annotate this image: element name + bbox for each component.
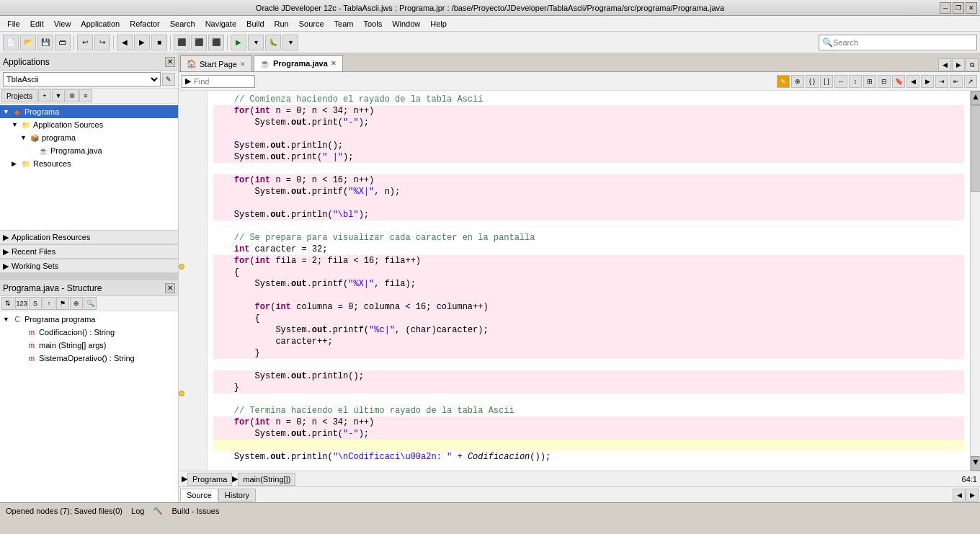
save-btn[interactable]: 💾 — [37, 35, 53, 50]
run-dropdown[interactable]: ▾ — [248, 35, 264, 50]
struct-s-btn[interactable]: S — [29, 297, 42, 310]
toggle-app-sources[interactable]: ▼ — [12, 121, 20, 128]
breadcrumb-programa[interactable]: Programa — [187, 473, 232, 486]
section-working-sets[interactable]: ▶ Working Sets — [0, 259, 178, 273]
stop-btn[interactable]: ■ — [151, 35, 167, 50]
find-input[interactable] — [194, 77, 251, 86]
scrollbar-thumb[interactable] — [971, 105, 980, 192]
struct-search-btn[interactable]: 🔍 — [84, 297, 97, 310]
menu-search[interactable]: Search — [166, 18, 200, 30]
code-content[interactable]: // Comienza haciendo el rayado de la tab… — [208, 91, 970, 471]
breadcrumb-main[interactable]: main(String[]) — [238, 473, 295, 486]
section-app-resources[interactable]: ▶ Application Resources — [0, 230, 178, 244]
menu-file[interactable]: File — [3, 18, 24, 30]
menu-team[interactable]: Team — [330, 18, 358, 30]
navigate-btn[interactable]: ↗ — [964, 75, 977, 88]
scrollbar-up-arrow[interactable]: ▲ — [971, 91, 980, 105]
project-edit-btn[interactable]: ✎ — [162, 73, 175, 86]
indent-btn[interactable]: ⇥ — [935, 75, 948, 88]
menu-application[interactable]: Application — [76, 18, 124, 30]
struct-arrow-btn[interactable]: ↑ — [43, 297, 55, 310]
code-collapse-btn[interactable]: ↕ — [849, 75, 862, 88]
menu-window[interactable]: Window — [388, 18, 424, 30]
scrollbar-down-arrow[interactable]: ▼ — [971, 456, 980, 471]
code-format-btn[interactable]: ✎ — [777, 75, 790, 88]
close-button[interactable]: ✕ — [966, 2, 977, 14]
toggle-programa[interactable]: ▼ — [3, 108, 12, 115]
expand-btn[interactable]: ≡ — [79, 89, 92, 102]
code-block-btn[interactable]: [ ] — [820, 75, 833, 88]
tab-programa-java[interactable]: ☕ Programa.java ✕ — [254, 55, 343, 71]
sh-scroll-right[interactable]: ▶ — [966, 489, 979, 502]
compile2-btn[interactable]: ⬛ — [191, 35, 207, 50]
struct-filter-btn[interactable]: ⊕ — [70, 297, 83, 310]
menu-refactor[interactable]: Refactor — [125, 18, 164, 30]
struct-item-main[interactable]: m main (String[] args) — [0, 339, 178, 352]
tab-close-java[interactable]: ✕ — [331, 60, 337, 67]
tab-nav-left[interactable]: ◀ — [938, 58, 951, 71]
applications-close-button[interactable]: ✕ — [165, 57, 175, 67]
structure-close-btn[interactable]: ✕ — [165, 283, 175, 293]
code-expand-btn[interactable]: ↔ — [834, 75, 847, 88]
tab-history[interactable]: History — [218, 489, 256, 502]
bookmark-next-btn[interactable]: ▶ — [921, 75, 934, 88]
tree-item-programa[interactable]: ▼ ◆ Programa — [0, 105, 178, 118]
debug-btn[interactable]: 🐛 — [265, 35, 281, 50]
compile3-btn[interactable]: ⬛ — [208, 35, 224, 50]
filter-btn[interactable]: ▼ — [52, 89, 65, 102]
bookmark-btn[interactable]: 🔖 — [892, 75, 905, 88]
code-fold-btn[interactable]: ⊞ — [863, 75, 876, 88]
menu-run[interactable]: Run — [270, 18, 293, 30]
undo-btn[interactable]: ↩ — [77, 35, 93, 50]
vertical-scrollbar[interactable]: ▲ ▼ — [970, 91, 980, 471]
tab-start-page[interactable]: 🏠 Start Page ✕ — [180, 55, 252, 71]
tab-close-start[interactable]: ✕ — [240, 61, 246, 68]
tab-source[interactable]: Source — [180, 489, 218, 502]
toggle-resources[interactable]: ▶ — [12, 160, 20, 167]
code-complete-btn[interactable]: ⊕ — [791, 75, 804, 88]
menu-build[interactable]: Build — [242, 18, 268, 30]
new-btn[interactable]: 📄 — [3, 35, 19, 50]
compile-btn[interactable]: ⬛ — [174, 35, 190, 50]
project-dropdown[interactable]: TblaAscii — [3, 72, 161, 86]
tree-item-resources[interactable]: ▶ 📁 Resources — [0, 157, 178, 170]
bookmark-prev-btn[interactable]: ◀ — [906, 75, 919, 88]
menu-source[interactable]: Source — [295, 18, 329, 30]
struct-123-btn[interactable]: 123 — [15, 297, 28, 310]
forward-btn[interactable]: ▶ — [134, 35, 150, 50]
struct-nav-btn[interactable]: ⚑ — [56, 297, 69, 310]
search-input[interactable] — [833, 38, 970, 47]
struct-item-codificacion[interactable]: m Codificacion() : String — [0, 326, 178, 339]
window-controls[interactable]: ─ ❐ ✕ — [940, 2, 977, 14]
tab-nav-right[interactable]: ▶ — [952, 58, 965, 71]
struct-item-programa[interactable]: ▼ C Programa programa — [0, 313, 178, 326]
menu-tools[interactable]: Tools — [359, 18, 386, 30]
menu-help[interactable]: Help — [426, 18, 451, 30]
section-recent-files[interactable]: ▶ Recent Files — [0, 244, 178, 259]
tree-item-programa-java[interactable]: ☕ Programa.java — [0, 144, 178, 157]
menu-edit[interactable]: Edit — [26, 18, 48, 30]
toggle-package[interactable]: ▼ — [20, 134, 29, 141]
save-all-btn[interactable]: 🗃 — [55, 35, 71, 50]
tab-window-btn[interactable]: ⧉ — [966, 58, 979, 71]
tree-item-app-sources[interactable]: ▼ 📁 Application Sources — [0, 118, 178, 131]
sh-scroll-left[interactable]: ◀ — [953, 489, 966, 502]
add-btn[interactable]: + — [38, 89, 51, 102]
minimize-button[interactable]: ─ — [940, 2, 951, 14]
tree-item-package[interactable]: ▼ 📦 programa — [0, 131, 178, 144]
restore-button[interactable]: ❐ — [953, 2, 964, 14]
code-surround-btn[interactable]: { } — [806, 75, 819, 88]
settings-btn[interactable]: ⚙ — [66, 89, 79, 102]
menu-navigate[interactable]: Navigate — [201, 18, 241, 30]
run-btn[interactable]: ▶ — [231, 35, 246, 50]
sort-btn[interactable]: ⇅ — [1, 297, 14, 310]
outdent-btn[interactable]: ⇤ — [950, 75, 963, 88]
redo-btn[interactable]: ↪ — [94, 35, 110, 50]
code-unfold-btn[interactable]: ⊟ — [878, 75, 891, 88]
debug-dropdown[interactable]: ▾ — [282, 35, 298, 50]
resize-handle[interactable] — [0, 273, 178, 279]
menu-view[interactable]: View — [50, 18, 76, 30]
struct-item-sistema[interactable]: m SistemaOperativo() : String — [0, 352, 178, 365]
open-btn[interactable]: 📂 — [20, 35, 36, 50]
toggle-struct-programa[interactable]: ▼ — [3, 316, 12, 323]
